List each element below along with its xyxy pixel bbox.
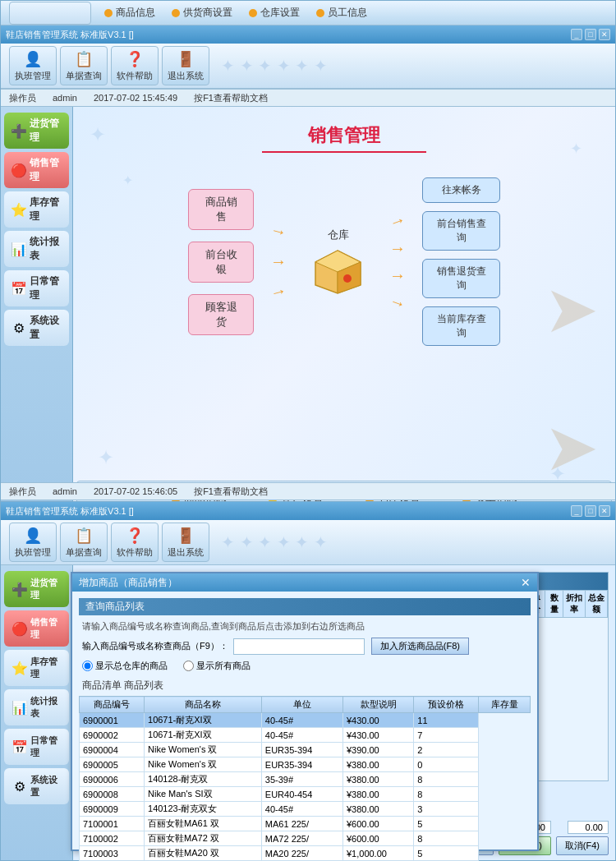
purchase-icon: ➕: [9, 119, 30, 142]
cell-5-0: 6900008: [80, 787, 145, 802]
add-to-selected-btn[interactable]: 加入所选商品品(F8): [371, 638, 469, 655]
inventory-query-box[interactable]: 当前库存查询: [422, 306, 500, 346]
close-btn-2[interactable]: ✕: [599, 505, 610, 517]
table-row[interactable]: 7100003百丽女鞋MA20 双MA20 225/¥1,000.005: [80, 846, 531, 861]
help-label: 软件帮助: [117, 70, 153, 82]
nav-item-warehouse[interactable]: 仓库设置: [249, 6, 300, 20]
table-row[interactable]: 690000110671-耐克XI双40-45#¥430.0011: [80, 713, 531, 728]
maximize-btn-2[interactable]: □: [585, 505, 596, 517]
goods-dot: [104, 9, 113, 17]
table-row[interactable]: 6900008Nike Man's SI双EUR40-454¥380.008: [80, 787, 531, 802]
col-unit: 单位: [261, 697, 342, 713]
cell-4-3: ¥380.00: [342, 772, 413, 787]
table-row[interactable]: 6900004Nike Women's 双EUR35-394¥390.002: [80, 743, 531, 757]
cancel-btn[interactable]: 取消(F4): [556, 836, 609, 855]
shift-mgmt-btn[interactable]: 👤 执班管理: [9, 46, 57, 85]
cell-3-1: Nike Women's 双: [145, 757, 262, 772]
inventory-icon-2: ⭐: [9, 656, 30, 679]
settings-icon-2: ⚙: [9, 775, 30, 798]
table-row[interactable]: 690000210671-耐克XI双40-45#¥430.007: [80, 728, 531, 743]
sidebar-item-reports[interactable]: 📊 统计报表: [4, 231, 69, 267]
radio-all-warehouse[interactable]: 显示所有商品: [183, 660, 251, 672]
toolbar-1: 👤 执班管理 📋 单据查询 ❓ 软件帮助 🚪 退出系统 ✦ ✦ ✦ ✦ ✦ ✦: [1, 44, 615, 89]
table-row[interactable]: 6900006140128-耐克双35-39#¥380.008: [80, 772, 531, 787]
close-btn-1[interactable]: ✕: [599, 29, 610, 40]
goods-sales-box[interactable]: 商品销售: [188, 189, 254, 230]
sidebar-item-reports-2[interactable]: 📊 统计报表: [4, 689, 69, 725]
top-nav: 商品信息 供货商设置 仓库设置 员工信息: [1, 1, 615, 25]
table-row[interactable]: 6900009140123-耐克双女40-45#¥380.003: [80, 802, 531, 817]
exit-btn-2[interactable]: 🚪 退出系统: [162, 523, 209, 562]
exit-icon-2: 🚪: [174, 526, 197, 546]
col-type: 款型说明: [342, 697, 413, 713]
refund-box[interactable]: 顾客退货: [188, 294, 254, 335]
table-row[interactable]: 6900005Nike Women's 双EUR35-394¥380.000: [80, 757, 531, 772]
nav-item-goods[interactable]: 商品信息: [104, 6, 155, 20]
sales-query-box[interactable]: 前台销售查询: [422, 211, 500, 251]
doc-query-btn[interactable]: 📋 单据查询: [60, 46, 108, 85]
shift-mgmt-btn-2[interactable]: 👤 执班管理: [9, 523, 57, 562]
shift-mgmt-icon: 👤: [21, 49, 44, 69]
radio-all-input[interactable]: [183, 661, 194, 671]
supplier-dot: [172, 9, 180, 17]
daily-label: 日常管理: [30, 274, 64, 302]
accounts-box[interactable]: 往来帐务: [422, 177, 500, 203]
goods-search-input[interactable]: [233, 638, 365, 655]
dialog-close-btn[interactable]: ✕: [521, 576, 531, 589]
refund-query-box[interactable]: 销售退货查询: [422, 259, 500, 298]
sidebar-item-purchase[interactable]: ➕ 进货管理: [4, 113, 69, 149]
nav-supplier-label: 供货商设置: [183, 6, 232, 20]
sel-col-discount: 折扣率: [563, 591, 586, 618]
doc-query-icon-2: 📋: [72, 526, 95, 546]
title-controls-1: _ □ ✕: [571, 29, 610, 40]
cell-9-1: 百丽女鞋MA20 双: [145, 846, 262, 861]
sidebar-item-sales[interactable]: 🔴 销售管理: [4, 152, 69, 188]
nav-goods-label: 商品信息: [116, 6, 155, 20]
sidebar-item-settings-2[interactable]: ⚙ 系统设置: [4, 768, 69, 804]
doc-query-btn-2[interactable]: 📋 单据查询: [60, 523, 108, 562]
exit-btn[interactable]: 🚪 退出系统: [162, 46, 209, 85]
status-bar-1: 操作员 admin 2017-07-02 15:45:49 按F1查看帮助文档: [1, 89, 615, 107]
help-btn-2[interactable]: ❓ 软件帮助: [111, 523, 159, 562]
cell-6-2: 40-45#: [261, 802, 342, 817]
cell-1-3: ¥430.00: [342, 728, 413, 743]
cell-8-2: MA72 225/: [261, 831, 342, 846]
table-row[interactable]: 7100002百丽女鞋MA72 双MA72 225/¥600.008: [80, 831, 531, 846]
radio-total-warehouse[interactable]: 显示总仓库的商品: [82, 660, 168, 672]
goods-table-scroll[interactable]: 商品编号 商品名称 单位 款型说明 预设价格 库存量 690000110671-…: [79, 696, 531, 861]
sidebar-item-daily[interactable]: 📅 日常管理: [4, 270, 69, 306]
sidebar-item-purchase-2[interactable]: ➕ 进货管理: [4, 571, 69, 607]
nav-item-supplier[interactable]: 供货商设置: [172, 6, 232, 20]
cashier-box[interactable]: 前台收银: [188, 242, 254, 283]
maximize-btn-1[interactable]: □: [585, 29, 596, 40]
sidebar-item-inventory[interactable]: ⭐ 库存管理: [4, 191, 69, 228]
operator-value-1: admin: [53, 93, 77, 103]
title-controls-2: _ □ ✕: [571, 505, 610, 517]
warehouse-svg: [311, 247, 365, 297]
sidebar-item-sales-2[interactable]: 🔴 销售管理: [4, 610, 69, 647]
table-row[interactable]: 7100001百丽女鞋MA61 双MA61 225/¥600.005: [80, 817, 531, 831]
window-title-2: 鞋店销售管理系统 标准版V3.1 []: [6, 505, 134, 518]
sidebar-item-inventory-2[interactable]: ⭐ 库存管理: [4, 650, 69, 686]
cell-7-2: MA61 225/: [261, 817, 342, 831]
cell-4-0: 6900006: [80, 772, 145, 787]
window-top: 商品信息 供货商设置 仓库设置 员工信息 鞋店销售管理系统 标准版V3.1 []…: [0, 0, 616, 501]
minimize-btn-1[interactable]: _: [571, 29, 582, 40]
daily-icon: 📅: [9, 277, 30, 300]
cell-2-0: 6900004: [80, 743, 145, 757]
cell-9-2: MA20 225/: [261, 846, 342, 861]
minimize-btn-2[interactable]: _: [571, 505, 582, 517]
cell-9-4: 5: [414, 846, 479, 861]
reports-icon-2: 📊: [9, 696, 30, 719]
help-btn[interactable]: ❓ 软件帮助: [111, 46, 159, 85]
cell-1-0: 6900002: [80, 728, 145, 743]
cell-8-1: 百丽女鞋MA72 双: [145, 831, 262, 846]
sidebar-item-daily-2[interactable]: 📅 日常管理: [4, 729, 69, 765]
settings-icon: ⚙: [9, 316, 30, 339]
input-row: 输入商品编号或名称查商品（F9）： 加入所选商品品(F8): [79, 638, 531, 655]
radio-total-input[interactable]: [82, 661, 93, 671]
purchase-icon-2: ➕: [9, 578, 30, 601]
window-title-1: 鞋店销售管理系统 标准版V3.1 []: [6, 29, 134, 41]
nav-item-employee[interactable]: 员工信息: [316, 6, 367, 20]
sidebar-item-settings[interactable]: ⚙ 系统设置: [4, 310, 69, 346]
